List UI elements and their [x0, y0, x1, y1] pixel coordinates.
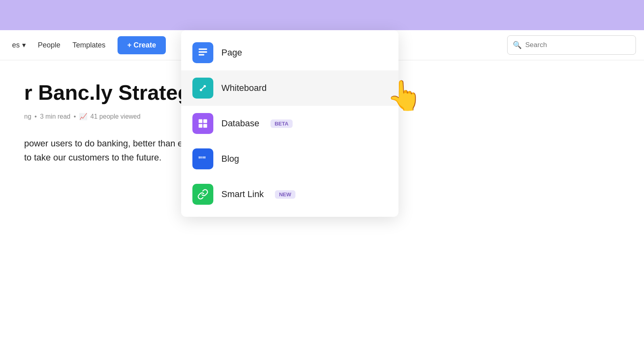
smartlink-new-badge: NEW	[275, 190, 295, 199]
svg-rect-11	[203, 124, 207, 128]
svg-rect-9	[203, 119, 207, 123]
search-icon: 🔍	[513, 41, 522, 49]
top-banner	[0, 0, 644, 30]
database-icon-box	[192, 113, 213, 134]
meta-bullet-1: •	[35, 113, 37, 120]
spaces-label: es	[12, 41, 20, 49]
smartlink-icon-box	[192, 184, 213, 205]
create-dropdown: Page Whiteboard Database BETA " " Blog S…	[181, 30, 398, 217]
description-line2: to take our customers to the future.	[24, 152, 161, 162]
chevron-down-icon: ▾	[22, 41, 26, 49]
database-beta-badge: BETA	[270, 119, 292, 128]
meta-bullet-2: •	[74, 113, 76, 120]
dropdown-item-page[interactable]: Page	[181, 35, 398, 70]
search-input[interactable]	[507, 35, 636, 55]
database-label: Database	[221, 118, 259, 129]
dropdown-item-smartlink[interactable]: Smart Link NEW	[181, 177, 398, 212]
templates-nav-item[interactable]: Templates	[72, 41, 105, 49]
meta-trend-icon: 📈	[79, 113, 87, 120]
whiteboard-label: Whiteboard	[221, 83, 267, 93]
smartlink-label: Smart Link	[221, 189, 264, 200]
whiteboard-icon-box	[192, 78, 213, 99]
page-label: Page	[221, 47, 242, 58]
svg-rect-5	[199, 54, 204, 56]
meta-views: 41 people viewed	[91, 113, 141, 120]
create-button[interactable]: + Create	[118, 36, 166, 54]
svg-rect-3	[199, 49, 207, 50]
blog-icon-box: " "	[192, 148, 213, 169]
blog-label: Blog	[221, 154, 239, 164]
dropdown-item-blog[interactable]: " " Blog	[181, 141, 398, 177]
page-icon-box	[192, 42, 213, 63]
dropdown-item-whiteboard[interactable]: Whiteboard	[181, 70, 398, 106]
spaces-nav-item[interactable]: es ▾	[12, 41, 26, 49]
svg-text:": "	[202, 154, 206, 164]
svg-rect-4	[199, 51, 207, 53]
meta-author: ng	[24, 113, 31, 120]
svg-rect-10	[199, 124, 202, 128]
dropdown-item-database[interactable]: Database BETA	[181, 106, 398, 141]
search-container: 🔍	[507, 35, 636, 55]
svg-rect-8	[199, 119, 202, 123]
people-nav-item[interactable]: People	[38, 41, 60, 49]
meta-read: 3 min read	[40, 113, 70, 120]
